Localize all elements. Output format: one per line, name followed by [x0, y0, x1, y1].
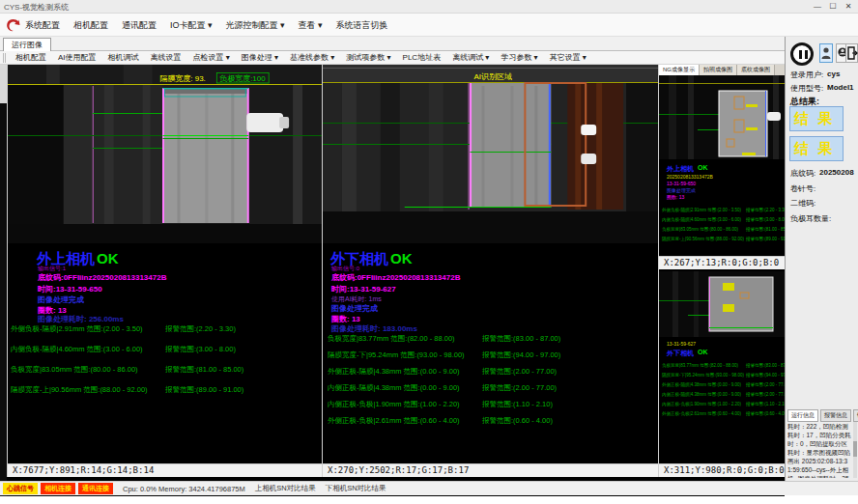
user-login-button[interactable]: [819, 43, 833, 63]
log-tab-bar: 运行信息 报警信息 错误信息: [787, 409, 858, 422]
minimize-icon[interactable]: —: [810, 0, 825, 14]
lower-result-row: 隔膜宽度-下|95.24mm 范围:(93.00 - 98.00)报警范围:(9…: [323, 350, 658, 360]
menu-comm-config[interactable]: 通讯配置: [122, 19, 157, 32]
lower-done-text: 图像处理完成: [331, 303, 378, 314]
ng-panel-statusbar: X:267;Y:13;R:0;G:0;B:0: [659, 256, 786, 269]
lower-time-text: 时间:13-31-59-627: [331, 284, 396, 294]
texture-image-canvas[interactable]: [659, 271, 786, 337]
ng-image-panel: NG成像显示 拍照成像图 底纹成像图: [659, 65, 786, 269]
log-scrollbar[interactable]: [853, 422, 857, 478]
upper-view-statusbar: X:7677;Y:891;R:14;G:14;B:14: [8, 463, 322, 477]
lower-result-row: 内侧正极-隔膜|4.38mm 范围:(0.00 - 9.00)报警范围:(2.0…: [323, 383, 658, 393]
close-icon[interactable]: ✕: [841, 0, 856, 14]
lower-barcode-text: 底纹码:0FFIiinz2025020813313472B: [331, 272, 460, 283]
toolbar: 相机配置 AI使用配置 相机调试 离线设置 点检设置 ▾ 图像处理 ▾ 基准线参…: [0, 51, 785, 65]
tab-strip: 运行图像: [0, 37, 785, 51]
upper-proctime-text: 图像处理耗时: 256.00ms: [38, 314, 124, 324]
log-tab-alarm[interactable]: 报警信息: [820, 409, 851, 422]
tool-camera-debug[interactable]: 相机调试: [102, 52, 145, 63]
lower-result-row: 外侧正极-隔膜|4.38mm 范围:(0.00 - 9.00)报警范围:(2.0…: [323, 367, 658, 377]
login-user-value: cys: [827, 70, 840, 78]
tool-offline-debug[interactable]: 离线调试 ▾: [446, 52, 495, 63]
upper-barcode-text: 底纹码:0FFIiinz2025020813313472B: [38, 272, 166, 283]
texture-code-label: 底纹码:: [790, 168, 815, 179]
tool-baseline-params[interactable]: 基准线参数 ▾: [284, 52, 340, 63]
mini-tab-ng[interactable]: NG成像显示: [659, 65, 700, 75]
needle-no-label: 卷针号:: [790, 183, 815, 194]
upper-result-row: 外侧负极-隔膜|2.91mm 范围:(2.00 - 3.50)报警范围:(2.2…: [8, 324, 322, 334]
tool-camera-config[interactable]: 相机配置: [10, 52, 52, 63]
upper-camera-image[interactable]: 隔膜宽度: 93. 负极宽度:100: [8, 65, 322, 243]
result-box-lower: 结 果: [789, 136, 844, 161]
tool-ai-use-config[interactable]: AI使用配置: [52, 52, 102, 63]
model-label: 使用型号:: [790, 83, 823, 94]
log-text: 耗时：222，凹陷检测耗时：17，凹陷分类耗时：0，凹陷提取分区耗时：显示图视频…: [787, 422, 851, 478]
upper-overlay-measure-label: 隔膜宽度: 93.: [160, 74, 206, 83]
logout-door-icon: [846, 44, 858, 62]
tool-image-processing[interactable]: 图像处理 ▾: [236, 52, 284, 63]
tool-spotcheck-settings[interactable]: 点检设置 ▾: [187, 52, 236, 63]
model-value: Model1: [827, 83, 854, 92]
mini-tab-bar: NG成像显示 拍照成像图 底纹成像图: [659, 65, 786, 75]
mini-panels-column: NG成像显示 拍照成像图 底纹成像图: [658, 65, 785, 477]
upper-overlay-box-label: 负极宽度:100: [218, 74, 266, 83]
ai-region-label: AI识别区域: [474, 72, 512, 81]
comm-connection-badge: 通讯连接: [78, 483, 113, 494]
maximize-icon[interactable]: ☐: [825, 0, 841, 14]
bottom-status-bar: 心跳信号 相机连接 通讯连接 Cpu: 0.0% Memory: 3424.41…: [0, 481, 858, 495]
menu-bar: 系统配置 相机配置 通讯配置 IO卡配置 ▾ 光源控制配置 ▾ 查看 ▾ 系统语…: [0, 14, 858, 37]
tab-count-label: 负极耳数量:: [790, 213, 831, 224]
menu-camera-config[interactable]: 相机配置: [73, 19, 108, 32]
menu-light-config[interactable]: 光源控制配置 ▾: [226, 19, 285, 32]
upper-ok-status: OK: [97, 250, 119, 266]
tool-test-params[interactable]: 测试项参数 ▾: [340, 52, 396, 63]
right-control-panel: 登录用户: cys 使用型号: Model1 总结果: 结 果 结 果 底纹码:…: [785, 37, 858, 481]
menu-view[interactable]: 查看 ▾: [299, 19, 323, 32]
menu-io-config[interactable]: IO卡配置 ▾: [170, 19, 213, 32]
left-collapsed-panel[interactable]: [0, 65, 7, 103]
user-icon: [820, 44, 832, 62]
lower-camera-image[interactable]: AI识别区域: [323, 65, 658, 243]
lower-proctime-text: 图像处理耗时: 183.00ms: [331, 323, 417, 334]
exit-button[interactable]: [845, 43, 858, 63]
tool-plc-address[interactable]: PLC地址表: [397, 52, 447, 63]
mini-tab-texture[interactable]: 底纹成像图: [737, 65, 775, 75]
upper-camera-compare-result: 上相机SN对比结果: [255, 484, 316, 493]
pause-button[interactable]: [790, 42, 814, 66]
lower-ok-status: OK: [390, 250, 413, 266]
upper-result-row: 隔膜宽度-上|90.56mm 范围:(88.00 - 92.00)报警范围:(8…: [8, 385, 322, 395]
cpu-memory-text: Cpu: 0.0% Memory: 3424.41796875M: [123, 485, 245, 493]
lower-camera-compare-result: 下相机SN对比结果: [326, 484, 386, 493]
upper-done-text: 图像处理完成: [38, 294, 84, 305]
camera-connection-badge: 相机连接: [41, 483, 75, 494]
left-strip: [0, 103, 7, 496]
lower-result-row: 内侧正极-负极|1.90mm 范围:(1.00 - 2.20)报警范围:(1.1…: [323, 400, 658, 409]
lower-result-row: 外侧正极-负极|2.61mm 范围:(0.60 - 4.00)报警范围:(0.6…: [323, 416, 658, 426]
login-user-label: 登录用户:: [790, 70, 823, 80]
lower-result-row: 负极宽度|83.77mm 范围:(82.00 - 88.00)报警范围:(83.…: [323, 334, 658, 344]
menu-language-switch[interactable]: 系统语言切换: [336, 19, 388, 32]
electrode-tab-shape: [246, 113, 283, 132]
window-title: CYS-视觉检测系统: [4, 2, 69, 13]
tool-other-settings[interactable]: 其它设置 ▾: [544, 52, 592, 63]
pause-icon: [799, 50, 802, 59]
ng-image-canvas[interactable]: [659, 75, 786, 159]
tool-learning-params[interactable]: 学习参数 ▾: [495, 52, 543, 63]
lower-camera-view: AI识别区域 外下相机OK 输出信号:0 底纹码:0FFIiinz2025020…: [322, 65, 658, 477]
heartbeat-badge: 心跳信号: [3, 483, 38, 494]
mini-tab-photo[interactable]: 拍照成像图: [700, 65, 737, 75]
upper-result-row: 内侧负极-隔膜|4.60mm 范围:(3.00 - 6.00)报警范围:(3.0…: [8, 345, 322, 354]
tool-offline-settings[interactable]: 离线设置: [145, 52, 187, 63]
pause-icon: [805, 50, 808, 59]
title-bar: CYS-视觉检测系统 — ☐ ✕: [0, 0, 858, 14]
lower-view-statusbar: X:270;Y:2502;R:17;G:17;B:17: [323, 463, 658, 477]
texture-image-panel: 13-31-59-627 外下相机 OK 负极宽度|83.77mm 范围:(82…: [659, 271, 786, 477]
menu-system-config[interactable]: 系统配置: [25, 19, 60, 32]
tab-run-image[interactable]: 运行图像: [3, 38, 51, 51]
log-tab-run[interactable]: 运行信息: [787, 409, 818, 422]
upper-camera-view: 隔膜宽度: 93. 负极宽度:100 外上相机OK 输出信号:1 底纹码:0FF…: [7, 65, 322, 477]
log-tab-error[interactable]: 错误信息: [853, 409, 858, 422]
result-box-upper: 结 果: [789, 106, 844, 131]
qr-code-label: 二维码:: [790, 198, 815, 209]
toolbar-grip[interactable]: [3, 53, 6, 63]
